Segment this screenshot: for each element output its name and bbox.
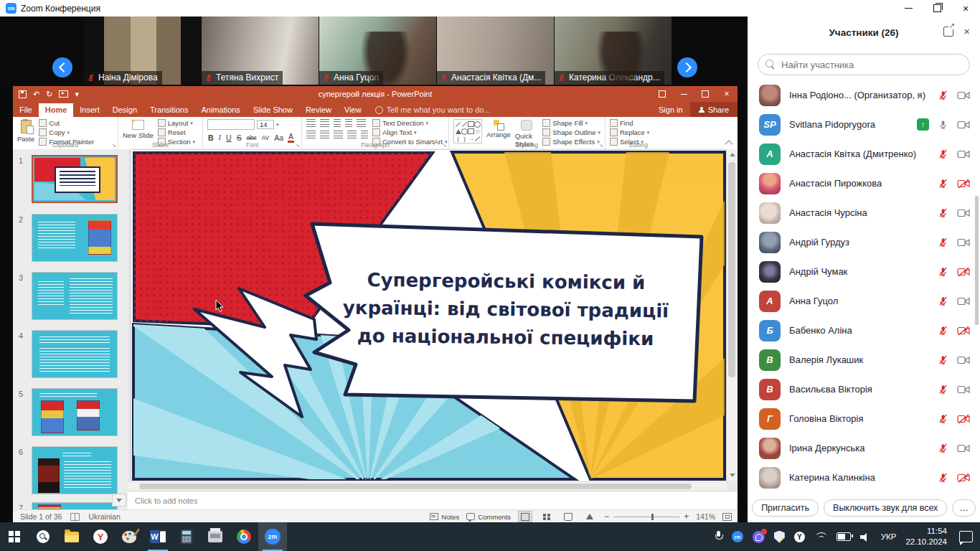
mic-icon[interactable]	[938, 90, 948, 100]
file-explorer-button[interactable]	[57, 522, 86, 551]
zoom-slider[interactable]: − +	[604, 512, 689, 522]
wifi-icon[interactable]	[814, 532, 827, 542]
ribbon-display-options-icon[interactable]	[651, 86, 673, 102]
camera-icon[interactable]	[957, 473, 970, 483]
camera-icon[interactable]	[957, 385, 970, 395]
camera-icon[interactable]	[957, 414, 970, 424]
zoom-out-icon[interactable]: −	[604, 512, 609, 522]
mic-icon[interactable]	[938, 296, 948, 306]
bullets-icon[interactable]	[306, 119, 316, 127]
redo-icon[interactable]: ↻	[46, 90, 52, 98]
increase-indent-icon[interactable]	[345, 119, 352, 127]
mic-icon[interactable]	[938, 472, 948, 483]
camera-icon[interactable]	[957, 149, 970, 159]
tray-security-shield-icon[interactable]	[774, 531, 785, 543]
layout-button[interactable]: Layout▾	[158, 119, 195, 127]
start-slideshow-icon[interactable]	[59, 90, 68, 98]
participant-row[interactable]: Г Головіна Вікторія	[748, 404, 980, 433]
zoom-taskbar-button[interactable]: zm	[258, 522, 287, 551]
participant-row[interactable]: Катерина Калинкіна	[748, 463, 980, 492]
mute-all-button[interactable]: Выключить звук для всех	[824, 499, 947, 517]
participant-row[interactable]: А Анастасія Квітка (Дмитренко)	[748, 139, 980, 169]
dialog-launcher-icon[interactable]: ↘	[295, 142, 300, 149]
slide-title[interactable]: Супергеройські комікси й українці: від с…	[326, 228, 686, 390]
camera-icon[interactable]	[957, 326, 970, 336]
arrange-button[interactable]: Arrange	[486, 119, 511, 138]
video-tile[interactable]: Катерина Олександр...	[555, 17, 672, 85]
paint-button[interactable]	[115, 522, 143, 551]
tab-home[interactable]: Home	[39, 103, 74, 117]
close-button[interactable]: ×	[951, 0, 980, 17]
save-icon[interactable]	[19, 90, 27, 98]
ppt-close-button[interactable]: ×	[716, 86, 738, 102]
slide-thumbnail-7[interactable]	[32, 502, 118, 509]
paste-button[interactable]: Paste	[17, 119, 34, 143]
bold-button[interactable]: B	[207, 133, 215, 142]
new-slide-button[interactable]: New Slide	[123, 119, 154, 139]
tray-zoom-icon[interactable]: zm	[732, 531, 743, 542]
language-indicator[interactable]: Ukrainian	[88, 512, 120, 521]
mic-icon[interactable]	[938, 443, 948, 453]
shape-outline-button[interactable]: Shape Outline▾	[542, 128, 600, 136]
volume-icon[interactable]	[860, 532, 872, 542]
participant-row[interactable]: Андрій Чумак	[748, 257, 980, 286]
collapse-ribbon-icon[interactable]	[725, 140, 732, 148]
slide-thumbnail-5[interactable]	[32, 388, 118, 436]
camera-icon[interactable]	[957, 237, 970, 248]
reading-view-button[interactable]	[561, 511, 575, 522]
search-input[interactable]	[758, 54, 970, 75]
align-text-button[interactable]: Align Text▾	[372, 128, 447, 136]
mic-icon[interactable]	[938, 149, 948, 159]
slide-canvas[interactable]: Супергеройські комікси й українці: від с…	[131, 150, 727, 481]
notification-center-icon[interactable]	[959, 531, 973, 542]
slideshow-view-button[interactable]	[583, 511, 597, 522]
taskbar-search-button[interactable]	[29, 522, 57, 551]
slide-thumbnail-2[interactable]	[32, 214, 118, 262]
text-direction-button[interactable]: Text Direction▾	[372, 119, 447, 127]
participant-row[interactable]: Анастасія Пирожкова	[748, 169, 980, 198]
tab-file[interactable]: File	[13, 103, 39, 117]
line-spacing-icon[interactable]	[357, 119, 366, 127]
minimize-button[interactable]	[894, 0, 923, 17]
justify-icon[interactable]	[347, 131, 357, 138]
language-indicator[interactable]: УКР	[881, 532, 897, 541]
slide-sorter-view-button[interactable]	[540, 511, 554, 522]
qat-more-icon[interactable]: ▾	[75, 90, 79, 98]
prev-videos-button[interactable]	[52, 57, 72, 77]
cut-button[interactable]: Cut	[39, 119, 94, 127]
camera-icon[interactable]	[957, 296, 970, 306]
video-tile[interactable]: Наіна Дімірова	[84, 17, 201, 85]
participant-row[interactable]: А Анна Гуцол	[748, 286, 980, 316]
fax-scan-button[interactable]	[201, 522, 230, 551]
participant-row[interactable]: SP Svitlana Pidoprygora ↑	[748, 110, 980, 139]
battery-icon[interactable]	[837, 532, 851, 541]
copy-button[interactable]: Copy▾	[39, 128, 94, 136]
tab-transitions[interactable]: Transitions	[143, 103, 194, 117]
replace-button[interactable]: Replace▾	[610, 128, 649, 136]
tray-viber-icon[interactable]	[753, 531, 765, 543]
align-left-icon[interactable]	[306, 131, 316, 138]
participant-row[interactable]: В Валерія Лукашик	[748, 345, 980, 375]
shapes-gallery[interactable]: ☆ { } →	[453, 119, 482, 143]
tab-review[interactable]: Review	[299, 103, 338, 117]
normal-view-button[interactable]	[518, 511, 532, 522]
clock[interactable]: 11:54 22.10.2024	[905, 526, 947, 547]
camera-icon[interactable]	[957, 120, 970, 130]
mic-icon[interactable]	[938, 207, 948, 218]
popout-icon[interactable]	[943, 27, 953, 37]
font-size-input[interactable]: 14	[257, 120, 274, 129]
character-spacing-button[interactable]: AV	[260, 134, 270, 141]
tab-view[interactable]: View	[338, 103, 368, 117]
decrease-indent-icon[interactable]	[334, 119, 341, 127]
sign-in-button[interactable]: Sign in	[651, 102, 690, 117]
camera-icon[interactable]	[957, 267, 970, 277]
yandex-browser-button[interactable]: Y	[86, 522, 115, 551]
slide-thumbnail-3[interactable]	[32, 272, 118, 320]
participant-row[interactable]: Інна Родіоно... (Организатор, я)	[748, 80, 980, 110]
undo-icon[interactable]: ↶	[33, 90, 39, 98]
camera-icon[interactable]	[957, 355, 970, 365]
ppt-minimize-button[interactable]	[673, 86, 694, 102]
slide-thumbnail-6[interactable]	[32, 446, 118, 494]
numbering-icon[interactable]	[320, 119, 329, 127]
video-tile[interactable]: Анастасія Квітка (Дм...	[437, 17, 554, 85]
